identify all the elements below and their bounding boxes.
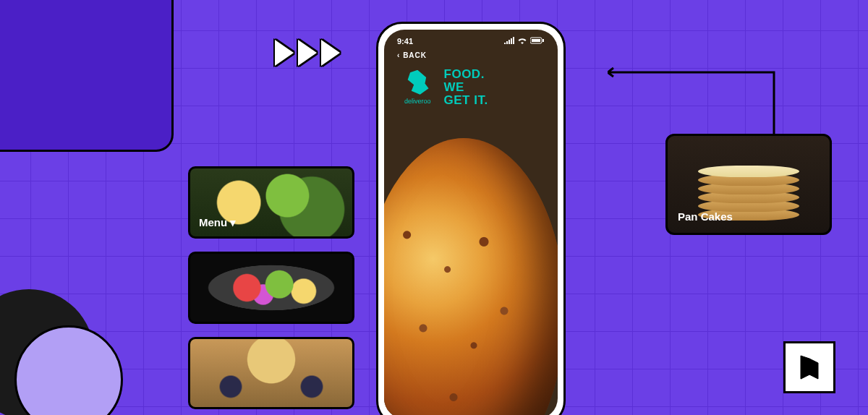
brand-slogan: FOOD. WE GET IT.	[444, 68, 488, 107]
slogan-line: GET IT.	[444, 94, 488, 107]
battery-icon	[530, 37, 545, 46]
wifi-icon	[517, 37, 527, 46]
back-label: BACK	[403, 51, 427, 59]
brand-header: deliveroo FOOD. WE GET IT.	[384, 62, 558, 117]
play-icon	[275, 40, 294, 66]
play-icon	[321, 40, 340, 66]
play-icons	[275, 40, 340, 66]
pancakes-card[interactable]: Pan Cakes	[665, 134, 832, 235]
food-card[interactable]	[188, 337, 354, 409]
decorative-block	[0, 0, 174, 152]
svg-marker-4	[809, 363, 818, 379]
pancakes-label: Pan Cakes	[678, 210, 733, 223]
builder-badge	[783, 341, 835, 393]
slogan-line: WE	[444, 81, 488, 94]
deliveroo-icon	[405, 70, 430, 95]
status-bar: 9:41	[384, 30, 558, 48]
svg-rect-2	[542, 39, 544, 42]
slogan-line: FOOD.	[444, 68, 488, 81]
phone-mockup: 9:41 ‹ BACK	[376, 22, 566, 415]
pizza-image	[384, 138, 558, 415]
status-time: 9:41	[397, 37, 413, 46]
status-icons	[504, 37, 545, 46]
canvas-background: 9:41 ‹ BACK	[0, 0, 868, 415]
back-button[interactable]: ‹ BACK	[384, 48, 558, 62]
builder-logo-icon	[795, 353, 824, 382]
svg-rect-1	[532, 39, 540, 42]
food-card[interactable]	[188, 252, 354, 324]
play-icon	[298, 40, 317, 66]
signal-icon	[504, 37, 514, 46]
deliveroo-logo: deliveroo	[404, 70, 431, 105]
menu-label: Menu ▾	[199, 216, 236, 229]
chevron-left-icon: ‹	[397, 51, 400, 59]
pancakes-image	[698, 148, 799, 221]
menu-card[interactable]: Menu ▾	[188, 166, 354, 239]
arrow-icon	[608, 65, 803, 137]
brand-name: deliveroo	[404, 98, 431, 105]
food-cards-column: Menu ▾	[188, 166, 354, 409]
phone-screen: 9:41 ‹ BACK	[384, 30, 558, 415]
